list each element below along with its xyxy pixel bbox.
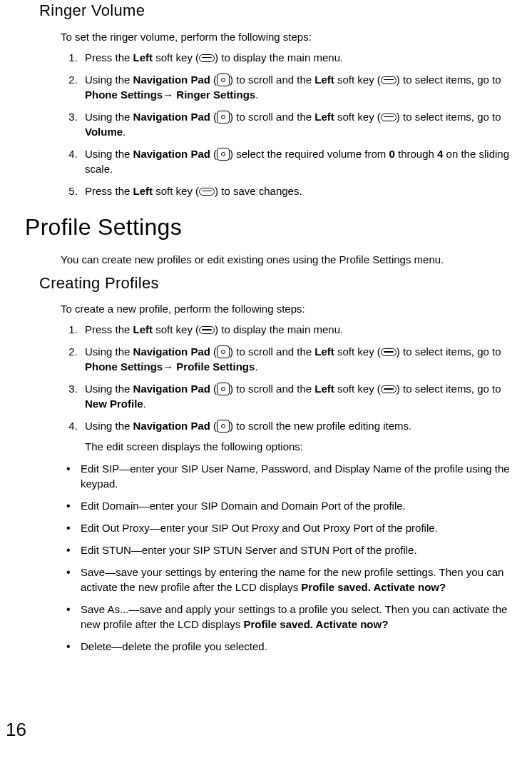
- text: soft key (: [153, 51, 199, 64]
- text: ) to select items, go to: [397, 111, 501, 123]
- creating-step-1: Press the Left soft key () to display th…: [81, 322, 518, 337]
- ringer-step-2: Using the Navigation Pad () to scroll an…: [81, 72, 518, 102]
- text: through: [395, 148, 437, 160]
- text: Press the: [85, 51, 133, 64]
- option-edit-domain: Edit Domain—enter your SIP Domain and Do…: [61, 498, 518, 513]
- ringer-step-1: Press the Left soft key () to display th…: [81, 50, 518, 65]
- option-edit-sip: Edit SIP—enter your SIP User Name, Passw…: [61, 461, 518, 491]
- text: Press the: [85, 323, 133, 335]
- creating-step-3: Using the Navigation Pad () to scroll an…: [81, 381, 518, 411]
- text: ) to select items, go to: [397, 74, 501, 86]
- ringer-intro: To set the ringer volume, perform the fo…: [61, 29, 518, 44]
- text: ) to select items, go to: [397, 345, 501, 358]
- profile-intro: You can create new profiles or edit exis…: [61, 252, 518, 267]
- text: ) to scroll and the: [230, 74, 314, 86]
- bold-zero: 0: [389, 148, 395, 160]
- text: .: [143, 398, 146, 410]
- bold-navpad: Navigation Pad: [133, 345, 210, 358]
- option-save: Save—save your settings by entering the …: [61, 565, 518, 595]
- text: Using the: [85, 148, 133, 160]
- navpad-icon: [217, 111, 230, 123]
- text: soft key (: [153, 323, 199, 335]
- ringer-step-4: Using the Navigation Pad () select the r…: [81, 146, 518, 176]
- softkey-icon: [199, 54, 215, 62]
- edit-options-list: Edit SIP—enter your SIP User Name, Passw…: [61, 461, 518, 654]
- bold-left: Left: [133, 323, 153, 335]
- text: ) to scroll and the: [230, 111, 314, 123]
- navpad-icon: [217, 420, 230, 433]
- bold-navpad: Navigation Pad: [133, 74, 210, 86]
- text: Using the: [85, 383, 133, 395]
- bold-profile-saved: Profile saved. Activate now?: [243, 618, 388, 630]
- bold-left: Left: [314, 345, 334, 358]
- bold-phone-settings: Phone Settings: [85, 89, 163, 101]
- softkey-icon: [381, 113, 397, 121]
- bold-volume: Volume: [85, 126, 123, 138]
- edit-screen-intro: The edit screen displays the following o…: [85, 439, 518, 454]
- creating-steps: Press the Left soft key () to display th…: [61, 322, 518, 454]
- text: (: [210, 383, 217, 395]
- navpad-icon: [217, 148, 230, 161]
- bold-navpad: Navigation Pad: [133, 148, 210, 160]
- bold-navpad: Navigation Pad: [133, 420, 210, 432]
- text: Using the: [85, 420, 133, 432]
- bold-profile-settings: Profile Settings: [176, 360, 255, 373]
- text: (: [210, 420, 217, 432]
- navpad-icon: [217, 383, 230, 395]
- bold-left: Left: [314, 383, 334, 395]
- text: (: [210, 74, 217, 86]
- text: ) to select items, go to: [397, 383, 501, 395]
- text: soft key (: [334, 345, 381, 358]
- text: ) to display the main menu.: [215, 51, 343, 64]
- navpad-icon: [217, 345, 230, 358]
- option-save-as: Save As...—save and apply your settings …: [61, 602, 518, 632]
- option-delete: Delete—delete the profile you selected.: [61, 639, 518, 654]
- arrow-icon: →: [163, 360, 176, 373]
- text: ) to scroll and the: [230, 383, 314, 395]
- ringer-step-3: Using the Navigation Pad () to scroll an…: [81, 109, 518, 139]
- bold-profile-saved: Profile saved. Activate now?: [301, 581, 446, 593]
- text: Using the: [85, 74, 133, 86]
- ringer-steps: Press the Left soft key () to display th…: [61, 50, 518, 198]
- creating-step-2: Using the Navigation Pad () to scroll an…: [81, 344, 518, 374]
- bold-left: Left: [133, 51, 153, 64]
- text: Using the: [85, 345, 133, 358]
- text: Using the: [85, 111, 133, 123]
- ringer-volume-heading: Ringer Volume: [39, 0, 518, 22]
- bold-navpad: Navigation Pad: [133, 111, 210, 123]
- text: ) to display the main menu.: [215, 323, 343, 335]
- text: (: [210, 148, 217, 160]
- softkey-icon: [381, 348, 397, 356]
- profile-settings-heading: Profile Settings: [25, 211, 518, 243]
- creating-intro: To create a new profile, perform the fol…: [61, 301, 518, 316]
- option-edit-stun: Edit STUN—enter your SIP STUN Server and…: [61, 542, 518, 557]
- text: .: [255, 360, 257, 373]
- arrow-icon: →: [163, 89, 176, 101]
- softkey-icon: [199, 326, 215, 334]
- creating-profiles-heading: Creating Profiles: [39, 273, 518, 295]
- bold-new-profile: New Profile: [85, 398, 143, 410]
- navpad-icon: [217, 74, 230, 86]
- bold-phone-settings: Phone Settings: [85, 360, 163, 373]
- page-content: Ringer Volume To set the ringer volume, …: [0, 0, 532, 654]
- text: soft key (: [153, 185, 199, 197]
- bold-ringer-settings: Ringer Settings: [176, 89, 255, 101]
- text: Press the: [85, 185, 133, 197]
- text: ) to scroll the new profile editing item…: [230, 420, 411, 432]
- bold-left: Left: [314, 111, 334, 123]
- text: ) to save changes.: [215, 185, 302, 197]
- text: soft key (: [334, 111, 381, 123]
- ringer-step-5: Press the Left soft key () to save chang…: [81, 183, 518, 198]
- bold-left: Left: [133, 185, 153, 197]
- text: (: [210, 111, 217, 123]
- text: (: [210, 345, 217, 358]
- text: ) select the required volume from: [230, 148, 389, 160]
- bold-left: Left: [314, 74, 334, 86]
- text: soft key (: [334, 383, 381, 395]
- softkey-icon: [381, 76, 397, 84]
- bold-navpad: Navigation Pad: [133, 383, 210, 395]
- text: ) to scroll and the: [230, 345, 314, 358]
- option-edit-out-proxy: Edit Out Proxy—enter your SIP Out Proxy …: [61, 520, 518, 535]
- page-number: 16: [6, 717, 26, 742]
- text: .: [123, 126, 126, 138]
